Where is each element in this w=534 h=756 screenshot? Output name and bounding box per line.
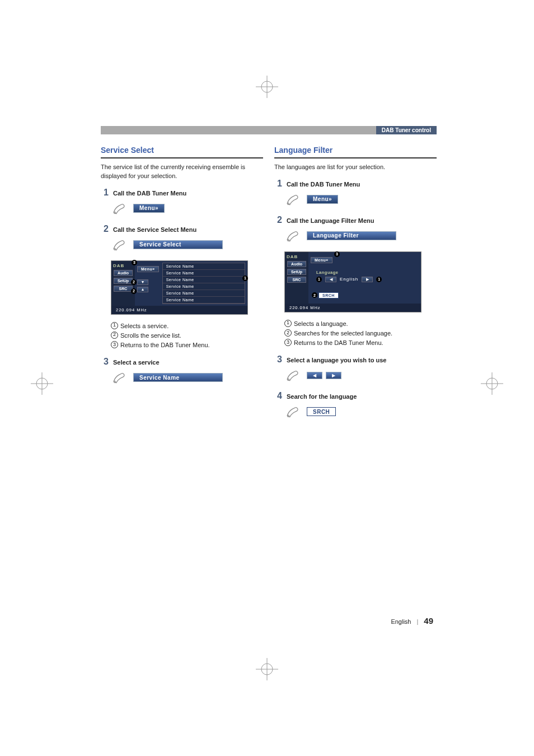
section-title-language-filter: Language Filter	[274, 146, 437, 158]
legend-text: Returns to the DAB Tuner Menu.	[120, 340, 210, 350]
service-item[interactable]: Service Name	[163, 270, 245, 277]
step-1-left: 1 Call the DAB Tuner Menu	[101, 188, 263, 198]
touch-icon	[284, 192, 300, 207]
step-text: Call the DAB Tuner Menu	[287, 181, 360, 188]
crop-mark-bottom	[256, 658, 278, 680]
menu-button[interactable]: Menu»	[307, 195, 338, 204]
screen-body: DAB Audio SetUp SRC Menu« 3 Language	[285, 252, 421, 312]
language-prev-button[interactable]: ◀	[325, 277, 336, 282]
language-next-button[interactable]: ▶	[362, 277, 373, 282]
step-4-right: 4 Search for the language	[274, 391, 437, 401]
touch-block: Menu»	[284, 192, 437, 207]
step-number: 2	[274, 215, 282, 225]
step-number: 2	[101, 224, 109, 234]
touch-block: Menu»	[111, 200, 263, 216]
callout-3: 3	[334, 251, 340, 257]
sidebar-item-src[interactable]: SRC	[114, 286, 133, 292]
touch-block: Service Select	[111, 237, 263, 253]
sidebar-item-src[interactable]: SRC	[287, 277, 306, 283]
page-number: 49	[424, 616, 433, 626]
service-item[interactable]: Service Name	[163, 297, 245, 304]
language-filter-button[interactable]: Language Filter	[307, 231, 396, 240]
legend-left: 1Selects a service. 2Scrolls the service…	[111, 321, 263, 350]
legend-num: 1	[111, 322, 118, 329]
language-value: English	[340, 277, 358, 282]
step-2-left: 2 Call the Service Select Menu	[101, 224, 263, 234]
callout-2: 2	[312, 292, 317, 298]
step-2-right: 2 Call the Language Filter Menu	[274, 215, 437, 225]
touch-block: SRCH	[284, 404, 437, 419]
content-columns: Service Select The service list of the c…	[101, 146, 437, 427]
footer-divider: |	[416, 618, 418, 625]
sidebar-item-setup[interactable]: SetUp	[114, 278, 133, 284]
step-1-right: 1 Call the DAB Tuner Menu	[274, 179, 437, 189]
screen-main: Menu« 3 Language 1 ◀ English ▶	[308, 252, 421, 304]
scroll-up-button[interactable]: ▲	[137, 287, 148, 292]
step-text: Select a language you wish to use	[287, 357, 387, 363]
menu-back-button[interactable]: Menu«	[311, 257, 332, 263]
menu-back-button[interactable]: Menu«	[137, 266, 159, 272]
callout-3: 3	[132, 260, 137, 265]
legend-num: 2	[284, 329, 292, 337]
language-label: Language	[316, 270, 338, 275]
callout-1b: 1	[376, 277, 382, 282]
touch-block: Service Name	[111, 370, 263, 385]
service-select-screen: DAB Audio SetUp SRC Menu« 3	[111, 260, 248, 315]
service-item[interactable]: Service Name	[163, 283, 245, 290]
crop-mark-left	[31, 372, 53, 397]
language-next-button[interactable]: ▶	[326, 372, 341, 379]
touch-icon	[111, 237, 127, 253]
legend-num: 3	[111, 341, 118, 348]
service-select-button[interactable]: Service Select	[133, 240, 223, 249]
screen-footer: 220.094 MHz	[111, 306, 247, 314]
legend-num: 2	[111, 332, 118, 339]
service-name-button[interactable]: Service Name	[133, 373, 223, 382]
screen-body: DAB Audio SetUp SRC Menu« 3	[111, 261, 247, 314]
crop-mark-top	[256, 76, 278, 98]
left-column: Service Select The service list of the c…	[101, 146, 263, 427]
frequency-readout: 220.094 MHz	[116, 307, 147, 312]
touch-block: ◀ ▶	[284, 367, 437, 383]
service-item[interactable]: Service Name	[163, 277, 245, 283]
search-button[interactable]: SRCH	[318, 292, 339, 298]
touch-icon	[284, 367, 300, 383]
scroll-down-button[interactable]: ▼	[137, 279, 148, 285]
legend-text: Scrolls the service list.	[120, 331, 181, 340]
service-item[interactable]: Service Name	[163, 263, 245, 270]
header-tab: DAB Tuner control	[376, 126, 437, 134]
sidebar-item-audio[interactable]: Audio	[114, 270, 133, 276]
menu-button[interactable]: Menu»	[133, 204, 165, 213]
step-number: 4	[274, 391, 282, 401]
screen-main: Menu« 3 ▼ 2 ▲ 2	[135, 261, 247, 306]
screen-sidebar: DAB Audio SetUp SRC	[285, 252, 308, 304]
crop-mark-right	[481, 372, 503, 397]
step-number: 3	[101, 357, 109, 367]
callout-1: 1	[242, 276, 248, 281]
service-item[interactable]: Service Name	[163, 290, 245, 297]
legend-text: Selects a service.	[120, 321, 168, 331]
legend-text: Returns to the DAB Tuner Menu.	[294, 338, 383, 348]
language-prev-button[interactable]: ◀	[307, 372, 322, 379]
step-number: 3	[274, 354, 282, 365]
callout-2b: 2	[131, 288, 137, 294]
sidebar-item-audio[interactable]: Audio	[287, 261, 306, 267]
section-title-service-select: Service Select	[101, 146, 263, 158]
search-button[interactable]: SRCH	[307, 407, 336, 416]
step-number: 1	[101, 188, 109, 198]
step-text: Select a service	[113, 359, 160, 366]
step-text: Call the Language Filter Menu	[287, 217, 374, 224]
legend-num: 3	[284, 339, 292, 346]
legend-text: Searches for the selected language.	[294, 329, 392, 338]
page-footer: English | 49	[391, 616, 433, 626]
step-number: 1	[274, 179, 282, 189]
step-3-right: 3 Select a language you wish to use	[274, 354, 437, 365]
legend-right: 1Selects a language. 2Searches for the s…	[284, 319, 437, 348]
lead-text-right: The languages are list for your selectio…	[274, 163, 437, 172]
page: DAB Tuner control Service Select The ser…	[0, 0, 534, 756]
sidebar-item-setup[interactable]: SetUp	[287, 269, 306, 275]
right-column: Language Filter The languages are list f…	[274, 146, 437, 427]
touch-icon	[111, 200, 127, 216]
touch-icon	[284, 228, 300, 244]
step-text: Call the DAB Tuner Menu	[113, 190, 186, 197]
legend-num: 1	[284, 320, 292, 327]
